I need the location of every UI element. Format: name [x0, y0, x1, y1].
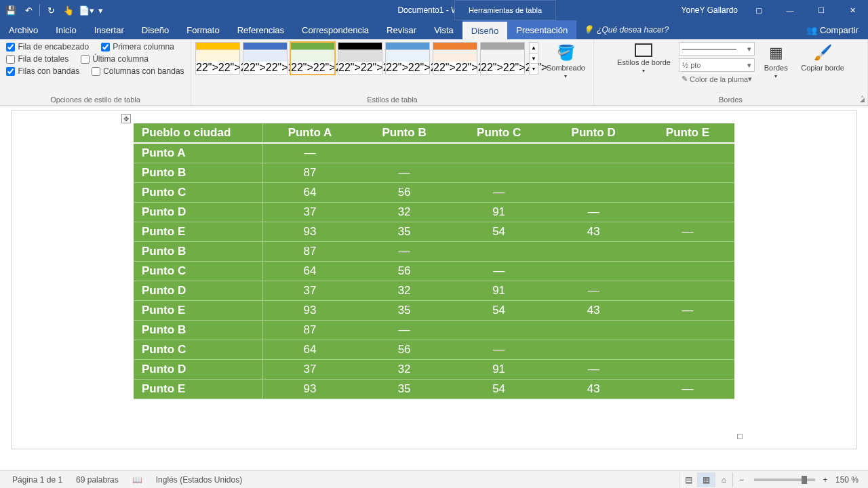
data-cell[interactable]: — [546, 203, 641, 222]
table-header-cell[interactable]: Punto D [546, 123, 641, 143]
table-row[interactable]: Punto E93355443— [134, 222, 734, 242]
shading-button[interactable]: 🪣 Sombreado▾ [542, 42, 589, 81]
data-cell[interactable] [641, 163, 734, 183]
data-cell[interactable] [641, 321, 734, 340]
view-web-layout[interactable]: ⌂ [715, 472, 732, 487]
data-cell[interactable]: 93 [262, 380, 357, 399]
data-cell[interactable] [641, 262, 734, 281]
data-cell[interactable]: 91 [452, 203, 547, 222]
data-cell[interactable] [452, 163, 547, 183]
data-table[interactable]: Pueblo o ciudadPunto APunto BPunto CPunt… [134, 123, 734, 399]
tab-correspondencia[interactable]: Correspondencia [293, 20, 378, 39]
table-header-cell[interactable]: Punto C [452, 123, 547, 143]
tab-insertar[interactable]: Insertar [85, 20, 133, 39]
data-cell[interactable]: 35 [357, 222, 452, 242]
data-cell[interactable] [452, 321, 547, 340]
row-label-cell[interactable]: Punto E [134, 222, 262, 242]
table-style-3[interactable]: 22">22">22"> [338, 42, 382, 75]
ribbon-display-button[interactable]: ▢ [743, 0, 774, 20]
data-cell[interactable] [641, 281, 734, 301]
table-row[interactable]: Punto E93355443— [134, 301, 734, 321]
table-row[interactable]: Punto A— [134, 143, 734, 163]
borders-button[interactable]: ▦ Bordes▾ [759, 42, 793, 81]
tab-context-presentación[interactable]: Presentación [507, 20, 576, 39]
data-cell[interactable] [546, 262, 641, 281]
scroll-up-icon[interactable]: ▲ [530, 43, 538, 54]
table-style-4[interactable]: 22">22">22"> [385, 42, 430, 75]
data-cell[interactable]: 87 [262, 242, 357, 262]
table-style-1[interactable]: 22">22">22"> [243, 42, 288, 75]
table-row[interactable]: Punto C6456— [134, 262, 734, 281]
data-cell[interactable]: — [357, 163, 452, 183]
zoom-thumb[interactable] [802, 476, 807, 484]
data-cell[interactable] [641, 203, 734, 222]
border-painter-button[interactable]: 🖌️ Copiar borde [797, 42, 848, 73]
data-cell[interactable]: — [546, 360, 641, 380]
ribbon-collapse-button[interactable]: ˄ [861, 95, 864, 102]
data-cell[interactable] [452, 242, 547, 262]
new-button[interactable]: 📄▾ [78, 2, 94, 18]
row-label-cell[interactable]: Punto E [134, 380, 262, 399]
data-cell[interactable]: 87 [262, 163, 357, 183]
data-cell[interactable]: 64 [262, 340, 357, 360]
tab-referencias[interactable]: Referencias [229, 20, 293, 39]
table-row[interactable]: Punto E93355443— [134, 380, 734, 399]
tab-vista[interactable]: Vista [425, 20, 462, 39]
row-label-cell[interactable]: Punto B [134, 242, 262, 262]
tab-context-diseño[interactable]: Diseño [462, 20, 507, 39]
data-cell[interactable] [546, 183, 641, 203]
view-print-layout[interactable]: ▦ [697, 472, 715, 487]
row-label-cell[interactable]: Punto D [134, 203, 262, 222]
data-cell[interactable]: — [641, 380, 734, 399]
row-label-cell[interactable]: Punto D [134, 360, 262, 380]
row-label-cell[interactable]: Punto B [134, 163, 262, 183]
data-cell[interactable] [641, 242, 734, 262]
data-cell[interactable]: 35 [357, 301, 452, 321]
border-line-style[interactable]: ▾ [679, 42, 755, 56]
row-label-cell[interactable]: Punto C [134, 340, 262, 360]
data-cell[interactable] [641, 143, 734, 163]
table-row[interactable]: Punto D373291— [134, 281, 734, 301]
table-row[interactable]: Punto D373291— [134, 360, 734, 380]
user-name[interactable]: YoneY Gallardo [676, 5, 743, 15]
tab-diseño[interactable]: Diseño [133, 20, 178, 39]
tab-archivo[interactable]: Archivo [0, 20, 47, 39]
data-cell[interactable] [546, 143, 641, 163]
data-cell[interactable]: — [546, 281, 641, 301]
data-cell[interactable]: 93 [262, 222, 357, 242]
data-cell[interactable] [546, 340, 641, 360]
data-cell[interactable]: 32 [357, 203, 452, 222]
data-cell[interactable]: 64 [262, 183, 357, 203]
table-resize-handle[interactable] [737, 434, 743, 439]
tell-me-search[interactable]: 💡 ¿Qué desea hacer? [576, 25, 675, 35]
table-row[interactable]: Punto D373291— [134, 203, 734, 222]
data-cell[interactable]: 91 [452, 360, 547, 380]
table-row[interactable]: Punto B87— [134, 163, 734, 183]
data-cell[interactable]: 35 [357, 380, 452, 399]
data-cell[interactable]: 43 [546, 380, 641, 399]
share-button[interactable]: 👥 Compartir [797, 25, 868, 35]
row-label-cell[interactable]: Punto C [134, 183, 262, 203]
row-label-cell[interactable]: Punto E [134, 301, 262, 321]
data-cell[interactable] [641, 183, 734, 203]
zoom-in-button[interactable]: + [819, 475, 831, 485]
undo-button[interactable]: ↶ [20, 2, 37, 18]
data-cell[interactable]: 37 [262, 360, 357, 380]
zoom-slider[interactable] [754, 479, 815, 481]
data-cell[interactable] [641, 360, 734, 380]
data-cell[interactable]: 56 [357, 183, 452, 203]
row-label-cell[interactable]: Punto B [134, 321, 262, 340]
chk-banded-cols[interactable]: Columnas con bandas [92, 66, 184, 76]
border-weight[interactable]: ½ pto▾ [679, 58, 755, 72]
data-cell[interactable]: — [641, 222, 734, 242]
table-header-cell[interactable]: Punto B [357, 123, 452, 143]
minimize-button[interactable]: — [774, 0, 806, 20]
chk-first-col[interactable]: Primera columna [101, 42, 174, 52]
qat-customize-button[interactable]: ▾ [96, 2, 105, 18]
maximize-button[interactable]: ☐ [806, 0, 837, 20]
data-cell[interactable]: — [452, 340, 547, 360]
table-styles-gallery[interactable]: 22">22">22">22">22">22">22">22">22">22">… [195, 42, 525, 75]
language-indicator[interactable]: Inglés (Estados Unidos) [149, 475, 249, 485]
table-row[interactable]: Punto C6456— [134, 340, 734, 360]
data-cell[interactable] [641, 340, 734, 360]
